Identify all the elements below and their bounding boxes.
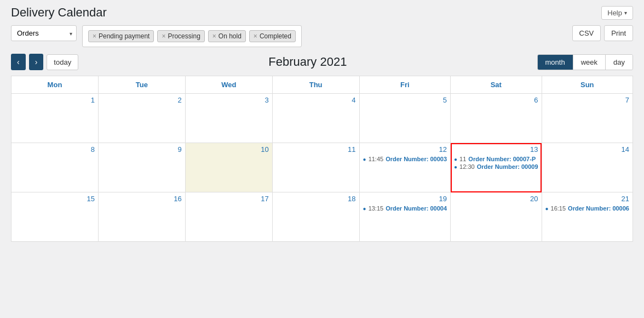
calendar-day-1-6[interactable]: 14	[542, 143, 633, 192]
toolbar-right: CSV Print	[572, 25, 633, 41]
event-dot-icon: ●	[545, 206, 549, 212]
remove-processing-icon[interactable]: ×	[162, 32, 165, 40]
day-number: 21	[545, 195, 629, 203]
filter-tags-box: × Pending payment × Processing × On hold…	[82, 25, 302, 47]
event-dot-icon: ●	[454, 156, 457, 162]
day-number: 8	[15, 145, 95, 154]
filter-tag-pending[interactable]: × Pending payment	[88, 30, 154, 42]
day-number: 7	[545, 96, 629, 104]
orders-select[interactable]: Orders Products	[11, 25, 77, 41]
day-number: 11	[276, 145, 356, 154]
filter-tag-onhold[interactable]: × On hold	[208, 30, 246, 42]
day-number: 13	[454, 145, 538, 154]
day-number: 1	[15, 96, 95, 104]
calendar-header-row: Mon Tue Wed Thu Fri Sat Sun	[12, 76, 633, 94]
calendar-day-0-3[interactable]: 4	[272, 94, 359, 143]
calendar-day-2-2[interactable]: 17	[185, 192, 272, 242]
filter-tag-completed[interactable]: × Completed	[249, 30, 296, 42]
prev-button[interactable]: ‹	[11, 54, 26, 70]
calendar-nav: ‹ › today February 2021 month week day	[11, 54, 633, 70]
calendar-day-0-2[interactable]: 3	[185, 94, 272, 143]
day-number: 10	[189, 145, 269, 154]
day-number: 15	[15, 195, 95, 203]
event-time: 11:45	[369, 156, 384, 162]
event-item-1-5-0[interactable]: ●11 Order Number: 00007-P	[454, 156, 538, 162]
calendar-day-2-6[interactable]: 21●16:15 Order Number: 00006	[542, 192, 633, 242]
filter-tag-pending-label: Pending payment	[99, 32, 150, 40]
remove-completed-icon[interactable]: ×	[254, 32, 257, 40]
page-wrapper: Delivery Calendar Help Orders Products ▾…	[0, 0, 644, 318]
calendar-week-2: 1516171819●13:15 Order Number: 000042021…	[12, 192, 633, 242]
calendar-day-1-4[interactable]: 12●11:45 Order Number: 00003	[359, 143, 450, 192]
event-dot-icon: ●	[363, 156, 366, 162]
calendar-week-0: 1234567	[12, 94, 633, 143]
event-item-2-4-0[interactable]: ●13:15 Order Number: 00004	[363, 205, 447, 212]
event-text: Order Number: 00006	[568, 205, 629, 212]
event-text: Order Number: 00007-P	[468, 156, 536, 162]
event-time: 11	[459, 156, 466, 162]
day-number: 12	[363, 145, 447, 154]
day-number: 18	[276, 195, 356, 203]
event-text: Order Number: 00009	[477, 163, 538, 170]
next-button[interactable]: ›	[29, 54, 44, 70]
event-time: 12:30	[459, 163, 475, 170]
calendar-day-1-3[interactable]: 11	[272, 143, 359, 192]
event-dot-icon: ●	[454, 164, 457, 170]
filter-tag-processing[interactable]: × Processing	[157, 30, 204, 42]
col-wed: Wed	[185, 76, 272, 94]
calendar-day-1-5[interactable]: 13●11 Order Number: 00007-P●12:30 Order …	[451, 143, 542, 192]
calendar-month-title: February 2021	[268, 55, 347, 69]
csv-button[interactable]: CSV	[572, 25, 601, 41]
view-buttons: month week day	[537, 54, 633, 70]
col-mon: Mon	[12, 76, 99, 94]
calendar-day-2-5[interactable]: 20	[451, 192, 542, 242]
calendar-day-0-5[interactable]: 6	[451, 94, 542, 143]
day-number: 14	[545, 145, 629, 154]
calendar-body: 123456789101112●11:45 Order Number: 0000…	[12, 94, 633, 242]
remove-onhold-icon[interactable]: ×	[212, 32, 216, 40]
event-time: 16:15	[551, 205, 566, 212]
calendar-day-1-1[interactable]: 9	[98, 143, 185, 192]
calendar-day-0-4[interactable]: 5	[359, 94, 450, 143]
event-text: Order Number: 00003	[386, 156, 447, 162]
calendar-day-0-1[interactable]: 2	[98, 94, 185, 143]
day-number: 20	[454, 195, 538, 203]
print-button[interactable]: Print	[604, 25, 633, 41]
page-title: Delivery Calendar	[11, 5, 107, 20]
help-button[interactable]: Help	[601, 6, 633, 20]
page-header: Delivery Calendar Help	[11, 5, 633, 20]
day-number: 16	[102, 195, 182, 203]
day-number: 4	[276, 96, 356, 104]
day-number: 9	[102, 145, 182, 154]
calendar-day-2-0[interactable]: 15	[12, 192, 99, 242]
calendar-day-1-0[interactable]: 8	[12, 143, 99, 192]
today-button[interactable]: today	[47, 54, 78, 70]
col-thu: Thu	[272, 76, 359, 94]
remove-pending-icon[interactable]: ×	[93, 32, 96, 40]
calendar-table: Mon Tue Wed Thu Fri Sat Sun 123456789101…	[11, 76, 633, 242]
day-number: 19	[363, 195, 447, 203]
view-month-button[interactable]: month	[538, 55, 573, 70]
event-item-1-4-0[interactable]: ●11:45 Order Number: 00003	[363, 156, 447, 162]
view-day-button[interactable]: day	[606, 55, 633, 70]
event-item-2-6-0[interactable]: ●16:15 Order Number: 00006	[545, 205, 629, 212]
col-tue: Tue	[98, 76, 185, 94]
view-week-button[interactable]: week	[573, 55, 606, 70]
event-time: 13:15	[369, 205, 384, 212]
calendar-day-2-4[interactable]: 19●13:15 Order Number: 00004	[359, 192, 450, 242]
calendar-day-0-6[interactable]: 7	[542, 94, 633, 143]
toolbar: Orders Products ▾ × Pending payment × Pr…	[11, 25, 633, 47]
event-item-1-5-1[interactable]: ●12:30 Order Number: 00009	[454, 163, 538, 170]
col-sat: Sat	[451, 76, 542, 94]
calendar-day-0-0[interactable]: 1	[12, 94, 99, 143]
event-dot-icon: ●	[363, 206, 366, 212]
calendar-day-2-1[interactable]: 16	[98, 192, 185, 242]
calendar-day-2-3[interactable]: 18	[272, 192, 359, 242]
day-number: 17	[189, 195, 269, 203]
filter-tag-onhold-label: On hold	[219, 32, 242, 40]
calendar-day-1-2[interactable]: 10	[185, 143, 272, 192]
orders-select-wrapper: Orders Products ▾	[11, 25, 77, 41]
calendar-week-1: 89101112●11:45 Order Number: 0000313●11 …	[12, 143, 633, 192]
col-fri: Fri	[359, 76, 450, 94]
day-number: 3	[189, 96, 269, 104]
